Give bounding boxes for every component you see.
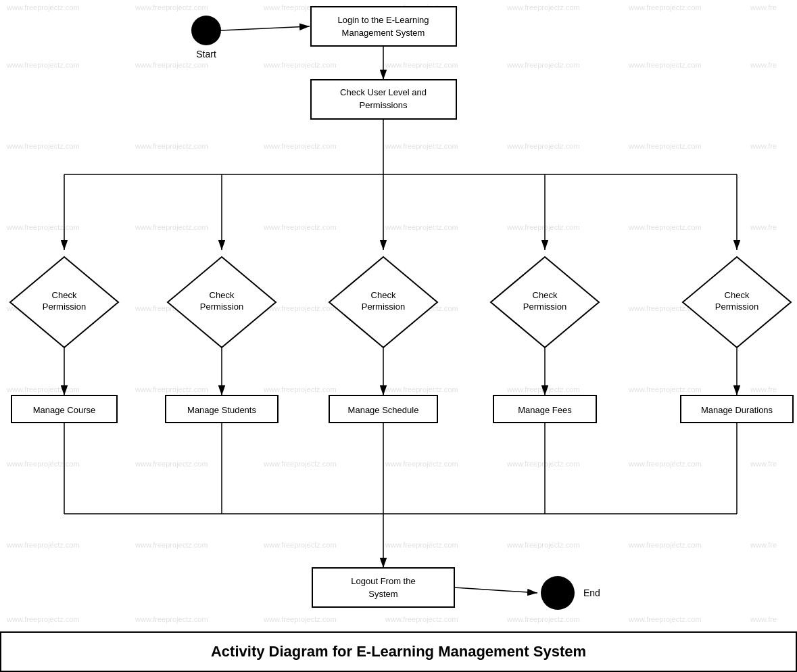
svg-text:www.freeprojectz.com: www.freeprojectz.com [135, 385, 208, 393]
diamond2-text1: Check [210, 290, 235, 300]
login-box [311, 7, 456, 46]
manage-fees-text: Manage Fees [518, 405, 572, 415]
manage-schedule-text: Manage Schedule [348, 405, 419, 415]
svg-text:www.freeprojectz.com: www.freeprojectz.com [628, 541, 702, 549]
login-text-line2: Management System [342, 28, 425, 38]
svg-text:www.freeprojectz.com: www.freeprojectz.com [263, 615, 337, 623]
svg-text:www.freeprojectz.com: www.freeprojectz.com [628, 385, 702, 393]
check-user-level-box [311, 80, 456, 119]
diamond4-text1: Check [533, 290, 558, 300]
svg-text:www.freeprojectz.com: www.freeprojectz.com [385, 223, 458, 231]
check-user-level-text1: Check User Level and [340, 87, 427, 97]
svg-text:www.freeprojectz.com: www.freeprojectz.com [628, 615, 702, 623]
svg-text:www.freeprojectz.com: www.freeprojectz.com [6, 615, 80, 623]
svg-text:www.freeprojectz.com: www.freeprojectz.com [135, 541, 208, 549]
diamond5-text2: Permission [715, 302, 758, 312]
svg-text:www.freeprojectz.com: www.freeprojectz.com [506, 223, 580, 231]
end-circle [541, 576, 575, 610]
svg-text:www.freeprojectz.com: www.freeprojectz.com [263, 304, 337, 312]
manage-course-text: Manage Course [33, 405, 96, 415]
svg-text:www.freeprojectz.com: www.freeprojectz.com [506, 142, 580, 150]
svg-text:www.freeprojectz.com: www.freeprojectz.com [135, 61, 208, 69]
footer-bar: Activity Diagram for E-Learning Manageme… [0, 631, 797, 672]
diamond5-text1: Check [725, 290, 750, 300]
svg-text:www.freeprojectz.com: www.freeprojectz.com [6, 385, 80, 393]
svg-text:www.freeprojectz.com: www.freeprojectz.com [506, 460, 580, 468]
svg-text:www.freeprojectz.com: www.freeprojectz.com [263, 61, 337, 69]
end-label: End [583, 587, 600, 598]
svg-text:www.fre: www.fre [750, 541, 777, 549]
svg-text:www.fre: www.fre [750, 385, 777, 393]
svg-text:www.freeprojectz.com: www.freeprojectz.com [135, 223, 208, 231]
svg-text:www.freeprojectz.com: www.freeprojectz.com [6, 541, 80, 549]
diamond4-text2: Permission [523, 302, 566, 312]
svg-text:www.freeprojectz.com: www.freeprojectz.com [506, 385, 580, 393]
svg-text:www.fre: www.fre [750, 61, 777, 69]
svg-text:www.freeprojectz.com: www.freeprojectz.com [506, 61, 580, 69]
arrow-start-login [221, 26, 310, 30]
login-text-line1: Login to the E-Learning [337, 15, 429, 25]
diamond3-text2: Permission [362, 302, 405, 312]
logout-box [312, 568, 454, 607]
flowchart-svg: www.freeprojectz.com www.freeprojectz.co… [0, 0, 797, 672]
arrow-logout-end [454, 587, 537, 593]
svg-text:www.fre: www.fre [750, 223, 777, 231]
svg-text:www.freeprojectz.com: www.freeprojectz.com [6, 3, 80, 11]
diamond1-text2: Permission [43, 302, 86, 312]
start-label: Start [196, 49, 216, 59]
check-user-level-text2: Permissions [360, 100, 408, 110]
svg-text:www.freeprojectz.com: www.freeprojectz.com [628, 61, 702, 69]
svg-text:www.freeprojectz.com: www.freeprojectz.com [506, 615, 580, 623]
svg-text:www.freeprojectz.com: www.freeprojectz.com [6, 223, 80, 231]
svg-text:www.freeprojectz.com: www.freeprojectz.com [6, 61, 80, 69]
svg-text:www.fre: www.fre [750, 142, 777, 150]
svg-text:www.freeprojectz.com: www.freeprojectz.com [385, 460, 458, 468]
manage-students-text: Manage Students [187, 405, 256, 415]
start-circle [191, 16, 221, 45]
svg-text:www.fre: www.fre [750, 615, 777, 623]
svg-text:www.freeprojectz.com: www.freeprojectz.com [6, 460, 80, 468]
svg-text:www.freeprojectz.com: www.freeprojectz.com [135, 460, 208, 468]
svg-text:www.freeprojectz.com: www.freeprojectz.com [385, 142, 458, 150]
svg-text:www.freeprojectz.com: www.freeprojectz.com [263, 142, 337, 150]
svg-text:www.freeprojectz.com: www.freeprojectz.com [385, 541, 458, 549]
svg-text:www.freeprojectz.com: www.freeprojectz.com [385, 615, 458, 623]
svg-text:www.freeprojectz.com: www.freeprojectz.com [135, 615, 208, 623]
svg-text:www.freeprojectz.com: www.freeprojectz.com [506, 3, 580, 11]
svg-text:www.freeprojectz.com: www.freeprojectz.com [135, 142, 208, 150]
footer-title: Activity Diagram for E-Learning Manageme… [211, 643, 586, 661]
svg-text:www.freeprojectz.com: www.freeprojectz.com [628, 223, 702, 231]
diamond2-text2: Permission [200, 302, 243, 312]
svg-text:www.freeprojectz.com: www.freeprojectz.com [263, 223, 337, 231]
svg-text:www.freeprojectz.com: www.freeprojectz.com [263, 385, 337, 393]
svg-text:www.freeprojectz.com: www.freeprojectz.com [385, 385, 458, 393]
svg-text:www.freeprojectz.com: www.freeprojectz.com [6, 142, 80, 150]
manage-durations-text: Manage Durations [701, 405, 773, 415]
svg-text:www.freeprojectz.com: www.freeprojectz.com [628, 460, 702, 468]
svg-text:www.freeprojectz.com: www.freeprojectz.com [628, 3, 702, 11]
svg-text:www.freeprojectz.com: www.freeprojectz.com [385, 61, 458, 69]
svg-text:www.freeprojectz.com: www.freeprojectz.com [263, 460, 337, 468]
logout-text1: Logout From the [351, 576, 415, 586]
svg-text:www.freeprojectz.com: www.freeprojectz.com [628, 142, 702, 150]
diamond1-text1: Check [52, 290, 77, 300]
diamond3-text1: Check [371, 290, 396, 300]
svg-text:www.freeprojectz.com: www.freeprojectz.com [263, 541, 337, 549]
diagram-container: www.freeprojectz.com www.freeprojectz.co… [0, 0, 797, 672]
logout-text2: System [368, 589, 397, 599]
svg-text:www.freeprojectz.com: www.freeprojectz.com [135, 3, 208, 11]
svg-text:www.fre: www.fre [750, 460, 777, 468]
svg-text:www.freeprojectz.com: www.freeprojectz.com [506, 541, 580, 549]
svg-text:www.fre: www.fre [750, 3, 777, 11]
